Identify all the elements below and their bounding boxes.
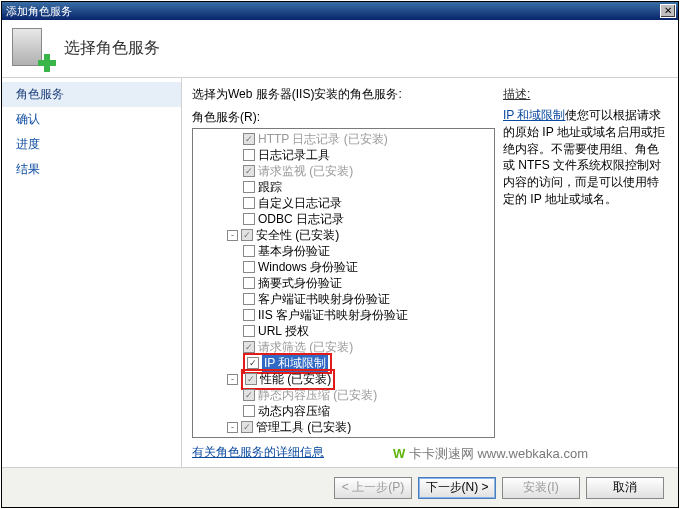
- checkbox[interactable]: [243, 197, 255, 209]
- expand-icon[interactable]: -: [227, 230, 238, 241]
- tree-row[interactable]: 基本身份验证: [195, 243, 494, 259]
- prompt-text: 选择为Web 服务器(IIS)安装的角色服务:: [192, 86, 495, 103]
- install-button[interactable]: 安装(I): [502, 477, 580, 499]
- nav-sidebar: 角色服务确认进度结果: [2, 78, 182, 467]
- role-services-tree[interactable]: ✓HTTP 日志记录 (已安装)日志记录工具✓请求监视 (已安装)跟踪自定义日志…: [192, 128, 495, 438]
- more-info-link[interactable]: 有关角色服务的详细信息: [192, 444, 495, 461]
- footer: < 上一步(P) 下一步(N) > 安装(I) 取消: [2, 467, 678, 507]
- checkbox[interactable]: ✓: [243, 341, 255, 353]
- tree-row[interactable]: 客户端证书映射身份验证: [195, 291, 494, 307]
- tree-row[interactable]: 自定义日志记录: [195, 195, 494, 211]
- titlebar: 添加角色服务 ✕: [2, 2, 678, 20]
- checkbox[interactable]: ✓: [243, 389, 255, 401]
- checkbox[interactable]: ✓: [241, 421, 253, 433]
- server-plus-icon: [12, 28, 54, 70]
- tree-row[interactable]: ODBC 日志记录: [195, 211, 494, 227]
- checkbox[interactable]: ✓: [241, 229, 253, 241]
- main-panel: 选择为Web 服务器(IIS)安装的角色服务: 角色服务(R): ✓HTTP 日…: [182, 78, 678, 467]
- tree-label: IIS 管理控制台 (已安装): [258, 435, 383, 439]
- checkbox[interactable]: [243, 325, 255, 337]
- tree-row[interactable]: ✓HTTP 日志记录 (已安装): [195, 131, 494, 147]
- tree-label: 请求监视 (已安装): [258, 163, 353, 180]
- tree-row[interactable]: ✓请求筛选 (已安装): [195, 339, 494, 355]
- tree-label: 跟踪: [258, 179, 282, 196]
- tree-label: Windows 身份验证: [258, 259, 358, 276]
- body: 角色服务确认进度结果 选择为Web 服务器(IIS)安装的角色服务: 角色服务(…: [2, 78, 678, 467]
- tree-row[interactable]: ✓IIS 管理控制台 (已安装): [195, 435, 494, 438]
- tree-label: ODBC 日志记录: [258, 211, 344, 228]
- tree-row[interactable]: IIS 客户端证书映射身份验证: [195, 307, 494, 323]
- tree-label: 自定义日志记录: [258, 195, 342, 212]
- tree-row[interactable]: ✓静态内容压缩 (已安装): [195, 387, 494, 403]
- tree-row[interactable]: -✓安全性 (已安装): [195, 227, 494, 243]
- tree-label: 客户端证书映射身份验证: [258, 291, 390, 308]
- checkbox[interactable]: ✓: [245, 373, 257, 385]
- left-panel: 选择为Web 服务器(IIS)安装的角色服务: 角色服务(R): ✓HTTP 日…: [192, 86, 495, 463]
- nav-item[interactable]: 进度: [2, 132, 181, 157]
- close-icon[interactable]: ✕: [660, 4, 676, 18]
- tree-row[interactable]: ✓请求监视 (已安装): [195, 163, 494, 179]
- tree-row[interactable]: 日志记录工具: [195, 147, 494, 163]
- tree-label: 摘要式身份验证: [258, 275, 342, 292]
- list-label: 角色服务(R):: [192, 109, 495, 126]
- tree-label: IIS 客户端证书映射身份验证: [258, 307, 408, 324]
- prev-button[interactable]: < 上一步(P): [334, 477, 412, 499]
- description-text: 使您可以根据请求的原始 IP 地址或域名启用或拒绝内容。不需要使用组、角色或 N…: [503, 108, 665, 206]
- checkbox[interactable]: ✓: [247, 357, 259, 369]
- tree-label: 安全性 (已安装): [256, 227, 339, 244]
- description-panel: 描述: IP 和域限制使您可以根据请求的原始 IP 地址或域名启用或拒绝内容。不…: [503, 86, 668, 463]
- description-body: IP 和域限制使您可以根据请求的原始 IP 地址或域名启用或拒绝内容。不需要使用…: [503, 107, 668, 208]
- nav-item[interactable]: 角色服务: [2, 82, 181, 107]
- description-link[interactable]: IP 和域限制: [503, 108, 565, 122]
- checkbox[interactable]: [243, 181, 255, 193]
- next-button[interactable]: 下一步(N) >: [418, 477, 496, 499]
- checkbox[interactable]: ✓: [243, 437, 255, 438]
- tree-row[interactable]: Windows 身份验证: [195, 259, 494, 275]
- nav-item[interactable]: 确认: [2, 107, 181, 132]
- tree-row[interactable]: 摘要式身份验证: [195, 275, 494, 291]
- description-title: 描述:: [503, 86, 668, 103]
- checkbox[interactable]: [243, 149, 255, 161]
- checkbox[interactable]: ✓: [243, 165, 255, 177]
- checkbox[interactable]: ✓: [243, 133, 255, 145]
- tree-label: 动态内容压缩: [258, 403, 330, 420]
- checkbox[interactable]: [243, 309, 255, 321]
- tree-row[interactable]: ✓IP 和域限制: [195, 355, 494, 371]
- checkbox[interactable]: [243, 261, 255, 273]
- tree-label: HTTP 日志记录 (已安装): [258, 131, 388, 148]
- checkbox[interactable]: [243, 293, 255, 305]
- tree-label: 性能 (已安装): [260, 371, 331, 388]
- window-title: 添加角色服务: [4, 4, 660, 19]
- tree-row[interactable]: 跟踪: [195, 179, 494, 195]
- page-title: 选择角色服务: [64, 38, 160, 59]
- checkbox[interactable]: [243, 405, 255, 417]
- tree-label: 基本身份验证: [258, 243, 330, 260]
- tree-label: 管理工具 (已安装): [256, 419, 351, 436]
- nav-item[interactable]: 结果: [2, 157, 181, 182]
- tree-label: 静态内容压缩 (已安装): [258, 387, 377, 404]
- tree-row[interactable]: URL 授权: [195, 323, 494, 339]
- checkbox[interactable]: [243, 213, 255, 225]
- header: 选择角色服务: [2, 20, 678, 78]
- cancel-button[interactable]: 取消: [586, 477, 664, 499]
- tree-row[interactable]: 动态内容压缩: [195, 403, 494, 419]
- expand-icon[interactable]: -: [227, 374, 238, 385]
- tree-label: 日志记录工具: [258, 147, 330, 164]
- tree-label: URL 授权: [258, 323, 309, 340]
- expand-icon[interactable]: -: [227, 422, 238, 433]
- checkbox[interactable]: [243, 245, 255, 257]
- tree-row[interactable]: -✓性能 (已安装): [195, 371, 494, 387]
- wizard-window: 添加角色服务 ✕ 选择角色服务 角色服务确认进度结果 选择为Web 服务器(II…: [1, 1, 679, 508]
- checkbox[interactable]: [243, 277, 255, 289]
- tree-row[interactable]: -✓管理工具 (已安装): [195, 419, 494, 435]
